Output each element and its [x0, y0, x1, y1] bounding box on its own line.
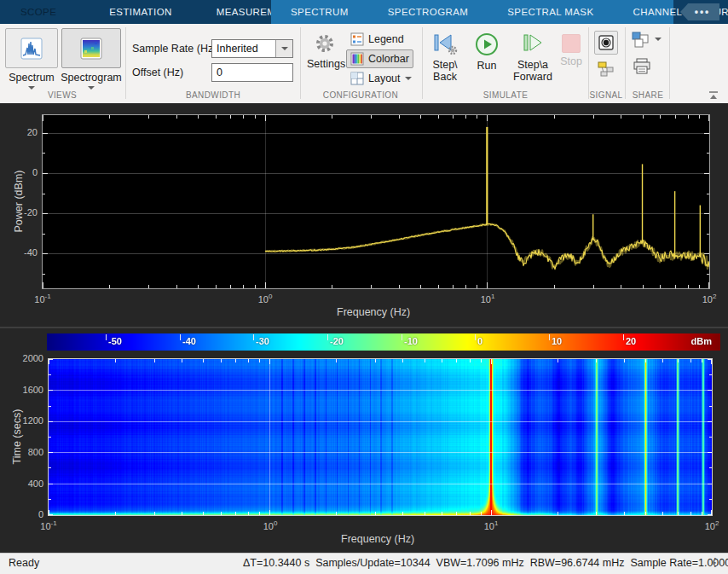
tab-spectral-mask[interactable]: SPECTRAL MASK [488, 0, 613, 24]
offset-label: Offset (Hz) [132, 67, 183, 78]
step-back-label-line1: Step\ [432, 59, 457, 71]
colorbar-gradient-canvas [47, 333, 720, 351]
settings-button[interactable]: Settings [307, 32, 343, 70]
panel-splitter[interactable] [0, 327, 728, 328]
section-divider [300, 27, 301, 99]
printer-icon [633, 58, 651, 75]
contextual-tab-group: SPECTRUM SPECTROGRAM SPECTRAL MASK CHANN… [271, 0, 673, 24]
spectrum-dropdown-icon[interactable] [28, 86, 35, 90]
chevron-down-icon [405, 77, 412, 80]
spectrum-xtick: 102 [702, 293, 717, 304]
print-button[interactable] [633, 58, 651, 78]
ellipsis-icon: ••• [690, 8, 711, 16]
step-forward-icon [520, 32, 546, 55]
stop-button[interactable]: Stop [556, 34, 586, 67]
sample-rate-value: Inherited [212, 43, 275, 55]
spectrogram-ytick: 400 [14, 478, 43, 489]
views-section-label: VIEWS [17, 90, 107, 100]
colorbar-label: Colorbar [368, 53, 409, 65]
spectrum-view-icon [20, 37, 43, 61]
section-divider [625, 27, 626, 99]
ribbon-tab-bar: SCOPE ESTIMATION MEASUREMENTS SPECTRUM S… [0, 0, 728, 24]
configuration-section-label: CONFIGURATION [305, 90, 416, 100]
collapse-ribbon-button[interactable] [708, 89, 719, 104]
spectrogram-ytick: 0 [14, 509, 43, 519]
spectrogram-plot-canvas[interactable] [49, 359, 712, 515]
section-divider [125, 27, 126, 99]
run-button[interactable]: Run [471, 32, 503, 72]
step-forward-label-line1: Step\a [517, 59, 548, 71]
layout-button[interactable]: Layout [346, 69, 416, 88]
sample-rate-label: Sample Rate (Hz) [132, 43, 217, 55]
colorbar-tick: -20 [330, 336, 344, 346]
legend-toggle-button[interactable]: Legend [346, 30, 408, 49]
stop-icon [562, 34, 581, 53]
colorbar-toggle-button[interactable]: Colorbar [346, 49, 413, 68]
spectrogram-xtick: 100 [263, 519, 278, 531]
colorbar-tick: -10 [404, 336, 418, 346]
spectrogram-xlabel: Frequency (Hz) [341, 533, 414, 545]
colorbar-unit-label: dBm [691, 336, 712, 346]
spectrogram-xtick: 10-1 [40, 519, 56, 531]
step-back-button[interactable]: Step\ Back [426, 32, 464, 83]
spectrogram-ytick: 1600 [14, 385, 43, 395]
step-forward-button[interactable]: Step\a Forward [511, 32, 554, 83]
layout-grid-icon [350, 72, 364, 85]
spectrum-xtick: 100 [258, 293, 273, 304]
colorbar-tick: 20 [626, 336, 636, 346]
colorbar-tick: -40 [182, 336, 196, 346]
sample-rate-combobox[interactable]: Inherited [211, 39, 293, 58]
tab-estimation[interactable]: ESTIMATION [92, 0, 188, 24]
spectrogram-ytick: 1200 [14, 415, 43, 426]
share-dropdown-icon[interactable] [655, 38, 662, 41]
spectrum-view-label: Spectrum [5, 72, 58, 84]
spectrogram-plot-frame [48, 358, 713, 516]
spectrogram-xtick: 101 [484, 519, 499, 531]
ribbon-toolbar: Spectrum Spectrogram VIEWS Sample Rate (… [0, 24, 728, 103]
spectrum-ytick: -40 [9, 247, 38, 258]
section-divider [588, 27, 589, 99]
spectrum-plot-frame [42, 114, 710, 289]
sample-rate-dropdown-button[interactable] [275, 40, 292, 57]
section-divider [669, 27, 670, 99]
status-more-icon[interactable]: ⋮ [709, 555, 721, 569]
colorbar-icon [350, 52, 364, 66]
step-forward-label-line2: Forward [513, 71, 552, 83]
spectrogram-view-button[interactable] [61, 28, 121, 68]
tab-scope[interactable]: SCOPE [0, 0, 77, 24]
spectrogram-ytick: 800 [14, 447, 43, 457]
section-divider [422, 27, 423, 99]
collapse-ribbon-icon [708, 90, 719, 101]
spectrum-ytick: 0 [9, 167, 38, 177]
colorbar-tick: -50 [108, 336, 122, 346]
tab-spectrum[interactable]: SPECTRUM [271, 0, 368, 24]
spectrum-analyzer-window: SCOPE ESTIMATION MEASUREMENTS SPECTRUM S… [0, 0, 728, 574]
tab-spectrogram[interactable]: SPECTROGRAM [368, 0, 488, 24]
spectrum-plot-canvas[interactable] [43, 115, 709, 288]
record-signal-button[interactable] [594, 31, 618, 55]
signal-blocks-button[interactable] [597, 60, 615, 78]
spectrum-view-button[interactable] [5, 28, 58, 68]
settings-label: Settings [307, 58, 343, 70]
share-layout-button[interactable] [632, 32, 650, 52]
status-bar: Ready ΔT=10.3440 s Samples/Update=10344 … [0, 553, 728, 574]
spectrogram-colorbar[interactable]: -50 -40 -30 -20 -10 0 10 20 dBm [47, 333, 720, 351]
status-ready: Ready [9, 557, 39, 569]
record-icon [598, 35, 614, 50]
tab-overflow-button[interactable]: ••• [680, 3, 719, 20]
step-back-icon [432, 32, 458, 55]
colorbar-tick: 0 [477, 336, 482, 346]
share-section-label: SHARE [627, 90, 668, 100]
spectrogram-dropdown-icon[interactable] [88, 86, 95, 90]
spectrogram-ylabel: Time (secs) [11, 403, 23, 471]
offset-input[interactable] [211, 63, 293, 82]
signal-blocks-icon [597, 60, 615, 78]
spectrum-ytick: 20 [9, 127, 38, 137]
spectrum-ytick: -20 [9, 207, 38, 217]
spectrogram-view-icon [79, 37, 103, 61]
spectrum-xtick: 10-1 [34, 293, 50, 304]
spectrogram-view-label: Spectrogram [56, 72, 126, 84]
simulate-section-label: SIMULATE [469, 90, 542, 100]
chevron-down-icon [281, 47, 288, 50]
spectrum-xtick: 101 [481, 293, 495, 304]
